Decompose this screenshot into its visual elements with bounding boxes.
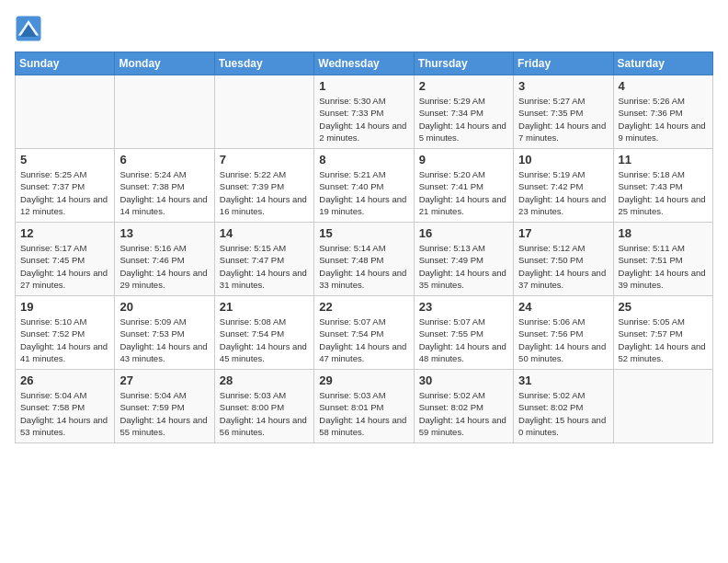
day-info: Sunrise: 5:09 AMSunset: 7:53 PMDaylight:… xyxy=(119,316,209,364)
day-number: 11 xyxy=(619,153,708,167)
day-number: 5 xyxy=(20,153,109,167)
calendar-cell xyxy=(16,75,115,149)
calendar-week-row: 12Sunrise: 5:17 AMSunset: 7:45 PMDayligh… xyxy=(16,223,713,296)
calendar-cell: 11Sunrise: 5:18 AMSunset: 7:43 PMDayligh… xyxy=(613,149,712,223)
day-number: 28 xyxy=(220,373,309,387)
day-info: Sunrise: 5:18 AMSunset: 7:43 PMDaylight:… xyxy=(619,168,708,217)
day-info: Sunrise: 5:08 AMSunset: 7:54 PMDaylight:… xyxy=(220,316,309,364)
day-number: 27 xyxy=(119,373,209,387)
day-number: 29 xyxy=(319,373,408,387)
header-cell: Wednesday xyxy=(314,52,414,75)
calendar-cell: 4Sunrise: 5:26 AMSunset: 7:36 PMDaylight… xyxy=(613,75,712,149)
calendar-cell: 24Sunrise: 5:06 AMSunset: 7:56 PMDayligh… xyxy=(514,296,613,370)
calendar-cell: 16Sunrise: 5:13 AMSunset: 7:49 PMDayligh… xyxy=(414,223,513,296)
calendar-cell: 3Sunrise: 5:27 AMSunset: 7:35 PMDaylight… xyxy=(514,75,613,149)
day-number: 16 xyxy=(419,226,508,240)
day-number: 15 xyxy=(319,226,408,240)
day-number: 25 xyxy=(619,300,708,314)
calendar-cell: 30Sunrise: 5:02 AMSunset: 8:02 PMDayligh… xyxy=(414,370,513,443)
calendar-cell: 17Sunrise: 5:12 AMSunset: 7:50 PMDayligh… xyxy=(514,223,613,296)
day-info: Sunrise: 5:21 AMSunset: 7:40 PMDaylight:… xyxy=(319,168,408,217)
day-info: Sunrise: 5:19 AMSunset: 7:42 PMDaylight:… xyxy=(518,168,608,217)
day-info: Sunrise: 5:13 AMSunset: 7:49 PMDaylight:… xyxy=(419,242,508,291)
calendar-body: 1Sunrise: 5:30 AMSunset: 7:33 PMDaylight… xyxy=(16,75,713,443)
calendar-cell: 12Sunrise: 5:17 AMSunset: 7:45 PMDayligh… xyxy=(16,223,115,296)
day-number: 31 xyxy=(518,373,608,387)
calendar-cell: 1Sunrise: 5:30 AMSunset: 7:33 PMDaylight… xyxy=(314,75,414,149)
day-number: 8 xyxy=(319,153,408,167)
day-number: 17 xyxy=(518,226,608,240)
calendar-table: SundayMondayTuesdayWednesdayThursdayFrid… xyxy=(15,52,713,443)
calendar-cell: 13Sunrise: 5:16 AMSunset: 7:46 PMDayligh… xyxy=(115,223,214,296)
day-info: Sunrise: 5:16 AMSunset: 7:46 PMDaylight:… xyxy=(119,242,209,291)
page-header xyxy=(15,15,713,42)
header-cell: Saturday xyxy=(613,52,712,75)
day-number: 24 xyxy=(518,300,608,314)
day-info: Sunrise: 5:30 AMSunset: 7:33 PMDaylight:… xyxy=(319,95,408,144)
logo xyxy=(15,15,46,42)
calendar-cell: 5Sunrise: 5:25 AMSunset: 7:37 PMDaylight… xyxy=(16,149,115,223)
day-number: 1 xyxy=(319,79,408,93)
day-number: 6 xyxy=(119,153,209,167)
day-info: Sunrise: 5:02 AMSunset: 8:02 PMDaylight:… xyxy=(518,389,608,438)
day-info: Sunrise: 5:10 AMSunset: 7:52 PMDaylight:… xyxy=(20,316,109,364)
day-number: 21 xyxy=(220,300,309,314)
calendar-cell: 29Sunrise: 5:03 AMSunset: 8:01 PMDayligh… xyxy=(314,370,414,443)
calendar-cell: 7Sunrise: 5:22 AMSunset: 7:39 PMDaylight… xyxy=(214,149,313,223)
day-info: Sunrise: 5:11 AMSunset: 7:51 PMDaylight:… xyxy=(619,242,708,291)
day-info: Sunrise: 5:15 AMSunset: 7:47 PMDaylight:… xyxy=(220,242,309,291)
day-info: Sunrise: 5:06 AMSunset: 7:56 PMDaylight:… xyxy=(518,316,608,364)
calendar-cell: 9Sunrise: 5:20 AMSunset: 7:41 PMDaylight… xyxy=(414,149,513,223)
calendar-cell xyxy=(214,75,313,149)
day-number: 10 xyxy=(518,153,608,167)
day-info: Sunrise: 5:07 AMSunset: 7:54 PMDaylight:… xyxy=(319,316,408,364)
calendar-cell: 31Sunrise: 5:02 AMSunset: 8:02 PMDayligh… xyxy=(514,370,613,443)
day-number: 18 xyxy=(619,226,708,240)
day-info: Sunrise: 5:14 AMSunset: 7:48 PMDaylight:… xyxy=(319,242,408,291)
day-info: Sunrise: 5:05 AMSunset: 7:57 PMDaylight:… xyxy=(619,316,708,364)
header-row: SundayMondayTuesdayWednesdayThursdayFrid… xyxy=(16,52,713,75)
day-number: 30 xyxy=(419,373,508,387)
day-info: Sunrise: 5:02 AMSunset: 8:02 PMDaylight:… xyxy=(419,389,508,438)
calendar-cell: 15Sunrise: 5:14 AMSunset: 7:48 PMDayligh… xyxy=(314,223,414,296)
day-info: Sunrise: 5:03 AMSunset: 8:00 PMDaylight:… xyxy=(220,389,309,438)
calendar-cell xyxy=(613,370,712,443)
calendar-header: SundayMondayTuesdayWednesdayThursdayFrid… xyxy=(16,52,713,75)
day-number: 3 xyxy=(518,79,608,93)
calendar-cell: 27Sunrise: 5:04 AMSunset: 7:59 PMDayligh… xyxy=(115,370,214,443)
calendar-cell: 8Sunrise: 5:21 AMSunset: 7:40 PMDaylight… xyxy=(314,149,414,223)
day-number: 23 xyxy=(419,300,508,314)
day-number: 2 xyxy=(419,79,508,93)
day-info: Sunrise: 5:22 AMSunset: 7:39 PMDaylight:… xyxy=(220,168,309,217)
day-info: Sunrise: 5:07 AMSunset: 7:55 PMDaylight:… xyxy=(419,316,508,364)
day-info: Sunrise: 5:04 AMSunset: 7:59 PMDaylight:… xyxy=(119,389,209,438)
day-number: 22 xyxy=(319,300,408,314)
day-info: Sunrise: 5:17 AMSunset: 7:45 PMDaylight:… xyxy=(20,242,109,291)
calendar-cell: 2Sunrise: 5:29 AMSunset: 7:34 PMDaylight… xyxy=(414,75,513,149)
logo-icon xyxy=(15,15,42,42)
day-number: 12 xyxy=(20,226,109,240)
day-info: Sunrise: 5:03 AMSunset: 8:01 PMDaylight:… xyxy=(319,389,408,438)
day-info: Sunrise: 5:04 AMSunset: 7:58 PMDaylight:… xyxy=(20,389,109,438)
header-cell: Monday xyxy=(115,52,214,75)
day-info: Sunrise: 5:29 AMSunset: 7:34 PMDaylight:… xyxy=(419,95,508,144)
calendar-cell xyxy=(115,75,214,149)
day-number: 4 xyxy=(619,79,708,93)
calendar-week-row: 5Sunrise: 5:25 AMSunset: 7:37 PMDaylight… xyxy=(16,149,713,223)
day-info: Sunrise: 5:24 AMSunset: 7:38 PMDaylight:… xyxy=(119,168,209,217)
header-cell: Friday xyxy=(514,52,613,75)
calendar-cell: 22Sunrise: 5:07 AMSunset: 7:54 PMDayligh… xyxy=(314,296,414,370)
calendar-week-row: 26Sunrise: 5:04 AMSunset: 7:58 PMDayligh… xyxy=(16,370,713,443)
calendar-cell: 26Sunrise: 5:04 AMSunset: 7:58 PMDayligh… xyxy=(16,370,115,443)
calendar-cell: 18Sunrise: 5:11 AMSunset: 7:51 PMDayligh… xyxy=(613,223,712,296)
calendar-cell: 25Sunrise: 5:05 AMSunset: 7:57 PMDayligh… xyxy=(613,296,712,370)
header-cell: Tuesday xyxy=(214,52,313,75)
day-number: 7 xyxy=(220,153,309,167)
calendar-cell: 28Sunrise: 5:03 AMSunset: 8:00 PMDayligh… xyxy=(214,370,313,443)
header-cell: Sunday xyxy=(16,52,115,75)
calendar-week-row: 1Sunrise: 5:30 AMSunset: 7:33 PMDaylight… xyxy=(16,75,713,149)
day-number: 14 xyxy=(220,226,309,240)
calendar-cell: 21Sunrise: 5:08 AMSunset: 7:54 PMDayligh… xyxy=(214,296,313,370)
day-info: Sunrise: 5:20 AMSunset: 7:41 PMDaylight:… xyxy=(419,168,508,217)
calendar-cell: 6Sunrise: 5:24 AMSunset: 7:38 PMDaylight… xyxy=(115,149,214,223)
